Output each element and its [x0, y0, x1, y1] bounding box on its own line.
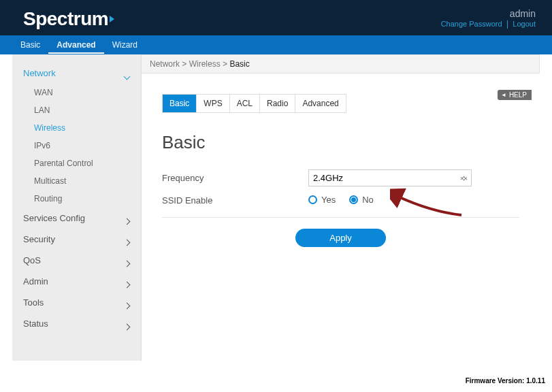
chevron-right-icon	[125, 237, 130, 242]
brand-logo: Spectrum	[23, 8, 114, 30]
section-title: Basic	[162, 132, 519, 153]
breadcrumb-wireless[interactable]: Wireless	[189, 59, 221, 69]
frequency-label: Frequency	[162, 173, 308, 183]
chevron-right-icon	[125, 321, 130, 327]
sidebar-group-label: Services Config	[23, 213, 85, 223]
nav-advanced[interactable]: Advanced	[48, 36, 103, 54]
tab-advanced[interactable]: Advanced	[295, 95, 345, 112]
nav-wizard[interactable]: Wizard	[104, 36, 146, 54]
breadcrumb-network[interactable]: Network	[150, 59, 180, 69]
frequency-select[interactable]: 2.4GHz	[308, 169, 472, 186]
ssid-enable-yes[interactable]: Yes	[308, 195, 336, 205]
sidebar-group-label: QoS	[23, 255, 41, 265]
sidebar-group-label: Status	[23, 318, 48, 329]
breadcrumb: Network > Wireless > Basic	[142, 54, 540, 74]
firmware-label: Firmware Version:	[466, 377, 525, 385]
topbar-right: admin Change Password | Logout	[441, 8, 536, 29]
sidebar-group-label: Security	[23, 234, 55, 244]
apply-button[interactable]: Apply	[295, 229, 386, 247]
sidebar-group-network[interactable]: Network	[12, 63, 141, 84]
ssid-enable-label: SSID Enable	[162, 195, 308, 206]
main-nav: Basic Advanced Wizard	[0, 35, 552, 54]
sidebar: Network WAN LAN Wireless IPv6 Parental C…	[12, 54, 142, 361]
sidebar-item-parental-control[interactable]: Parental Control	[12, 154, 141, 172]
ssid-enable-no[interactable]: No	[349, 195, 374, 205]
breadcrumb-basic: Basic	[229, 59, 249, 69]
row-ssid-enable: SSID Enable Yes No	[162, 191, 519, 210]
logout-link[interactable]: Logout	[513, 20, 536, 28]
chevron-right-icon	[125, 216, 130, 221]
sidebar-item-wireless[interactable]: Wireless	[12, 119, 141, 137]
chevron-right-icon	[125, 300, 130, 306]
nav-basic[interactable]: Basic	[12, 36, 48, 54]
radio-label-yes: Yes	[321, 195, 336, 205]
sidebar-group-tools[interactable]: Tools	[12, 292, 141, 313]
form-divider	[162, 217, 519, 218]
sidebar-group-status[interactable]: Status	[12, 313, 141, 334]
sidebar-group-label: Tools	[23, 297, 44, 308]
sidebar-group-security[interactable]: Security	[12, 229, 141, 250]
sidebar-item-routing[interactable]: Routing	[12, 190, 141, 208]
tab-wps[interactable]: WPS	[197, 95, 229, 112]
chevron-right-icon	[125, 279, 130, 284]
tab-basic[interactable]: Basic	[163, 95, 197, 112]
change-password-link[interactable]: Change Password	[441, 20, 502, 28]
footer: Firmware Version: 1.0.11	[0, 374, 552, 385]
radio-icon	[308, 195, 317, 204]
sidebar-group-services-config[interactable]: Services Config	[12, 208, 141, 229]
link-separator: |	[506, 19, 508, 29]
tab-radio[interactable]: Radio	[260, 95, 295, 112]
brand-text: Spectrum	[23, 8, 108, 30]
chevron-down-icon	[125, 71, 130, 76]
sidebar-item-ipv6[interactable]: IPv6	[12, 137, 141, 154]
sub-tabs: Basic WPS ACL Radio Advanced	[162, 94, 346, 113]
sidebar-item-wan[interactable]: WAN	[12, 84, 141, 101]
firmware-version: 1.0.11	[526, 377, 545, 385]
chevron-right-icon	[125, 258, 130, 263]
sidebar-item-multicast[interactable]: Multicast	[12, 172, 141, 190]
radio-label-no: No	[362, 195, 374, 205]
sidebar-group-label: Admin	[23, 276, 48, 287]
sidebar-group-qos[interactable]: QoS	[12, 250, 141, 271]
current-user: admin	[441, 8, 536, 19]
sidebar-group-admin[interactable]: Admin	[12, 271, 141, 292]
sidebar-item-lan[interactable]: LAN	[12, 101, 141, 119]
row-frequency: Frequency 2.4GHz	[162, 165, 519, 191]
tab-acl[interactable]: ACL	[230, 95, 260, 112]
sidebar-group-label: Network	[23, 68, 56, 78]
radio-icon	[349, 195, 358, 204]
brand-caret-icon	[110, 16, 114, 22]
